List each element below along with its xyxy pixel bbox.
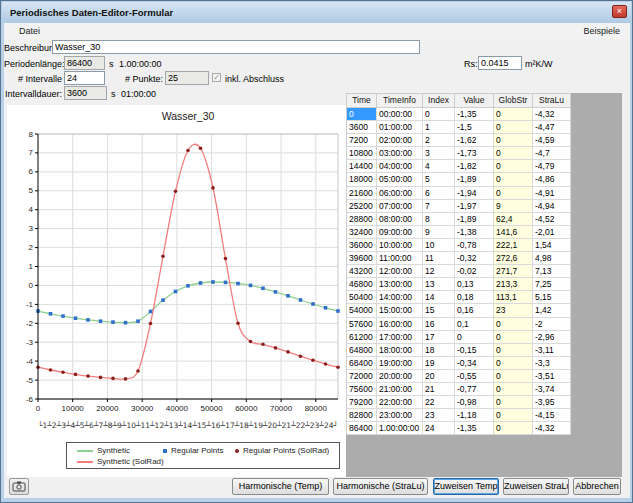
table-cell[interactable]: 3 — [423, 147, 455, 160]
table-cell[interactable]: 43200 — [347, 265, 377, 278]
table-cell[interactable]: 7,13 — [533, 265, 571, 278]
table-cell[interactable]: 23 — [423, 409, 455, 422]
table-cell[interactable]: 14400 — [347, 160, 377, 173]
table-cell[interactable]: -4,47 — [533, 121, 571, 134]
table-cell[interactable]: 14:00:00 — [377, 291, 423, 304]
table-cell[interactable]: 21:00:00 — [377, 383, 423, 396]
table-cell[interactable]: -1,35 — [455, 108, 494, 121]
table-cell[interactable]: 5 — [423, 173, 455, 186]
table-cell[interactable]: -1,5 — [455, 121, 494, 134]
table-cell[interactable]: -0,55 — [455, 370, 494, 383]
table-cell[interactable]: 54000 — [347, 304, 377, 317]
table-cell[interactable]: 0,16 — [455, 304, 494, 317]
table-cell[interactable]: 19:00:00 — [377, 357, 423, 370]
table-cell[interactable]: 68400 — [347, 357, 377, 370]
table-cell[interactable]: 0,13 — [455, 278, 494, 291]
title-bar[interactable]: Periodisches Daten-Editor-Formular × — [2, 2, 631, 23]
table-cell[interactable]: 0 — [494, 121, 533, 134]
table-cell[interactable]: -0,34 — [455, 357, 494, 370]
table-cell[interactable]: -4,91 — [533, 187, 571, 200]
table-cell[interactable]: -3,3 — [533, 357, 571, 370]
table-cell[interactable]: 10 — [423, 239, 455, 252]
table-cell[interactable]: 0,18 — [455, 291, 494, 304]
snapshot-button[interactable] — [9, 478, 29, 495]
column-header[interactable]: TimeInfo — [377, 94, 423, 108]
table-cell[interactable]: 20 — [423, 370, 455, 383]
table-cell[interactable]: 16 — [423, 318, 455, 331]
table-cell[interactable]: 25200 — [347, 200, 377, 213]
table-cell[interactable]: 23:00:00 — [377, 409, 423, 422]
table-cell[interactable]: 18:00:00 — [377, 344, 423, 357]
table-cell[interactable]: 57600 — [347, 318, 377, 331]
table-cell[interactable]: 09:00:00 — [377, 226, 423, 239]
table-cell[interactable]: 6 — [423, 187, 455, 200]
menu-beispiele[interactable]: Beispiele — [583, 26, 620, 36]
table-cell[interactable]: -4,15 — [533, 409, 571, 422]
zuweisen-stralu-button[interactable]: Zuweisen StraLu — [503, 478, 569, 495]
table-cell[interactable]: 22 — [423, 396, 455, 409]
table-cell[interactable]: 12:00:00 — [377, 265, 423, 278]
data-grid[interactable]: TimeTimeInfoIndexValueGlobStrStraLu000:0… — [346, 93, 571, 435]
table-cell[interactable]: 28800 — [347, 213, 377, 226]
table-cell[interactable]: -0,78 — [455, 239, 494, 252]
table-cell[interactable]: -2,01 — [533, 226, 571, 239]
table-cell[interactable]: 10:00:00 — [377, 239, 423, 252]
table-cell[interactable]: 0 — [494, 396, 533, 409]
table-cell[interactable]: -1,62 — [455, 134, 494, 147]
table-cell[interactable]: 113,1 — [494, 291, 533, 304]
table-cell[interactable]: 11:00:00 — [377, 252, 423, 265]
table-cell[interactable]: 32400 — [347, 226, 377, 239]
table-cell[interactable]: -4,52 — [533, 213, 571, 226]
table-cell[interactable]: -4,59 — [533, 134, 571, 147]
menu-datei[interactable]: Datei — [19, 26, 40, 36]
table-cell[interactable]: -4,32 — [533, 422, 571, 435]
table-cell[interactable]: -0,32 — [455, 252, 494, 265]
table-cell[interactable]: 00:00:00 — [377, 108, 423, 121]
table-cell[interactable]: 39600 — [347, 252, 377, 265]
table-cell[interactable]: 23 — [494, 304, 533, 317]
harmonische-stralu-button[interactable]: Harmonische (StraLu) — [333, 478, 428, 495]
table-cell[interactable]: 141,6 — [494, 226, 533, 239]
table-cell[interactable]: 1,42 — [533, 304, 571, 317]
table-cell[interactable]: 01:00:00 — [377, 121, 423, 134]
table-cell[interactable]: -1,89 — [455, 173, 494, 186]
table-cell[interactable]: 9 — [423, 226, 455, 239]
table-cell[interactable]: 0 — [494, 383, 533, 396]
table-cell[interactable]: -1,38 — [455, 226, 494, 239]
table-cell[interactable]: 07:00:00 — [377, 200, 423, 213]
table-cell[interactable]: 15:00:00 — [377, 304, 423, 317]
table-cell[interactable]: -2,96 — [533, 331, 571, 344]
table-cell[interactable]: 5,15 — [533, 291, 571, 304]
table-cell[interactable]: 02:00:00 — [377, 134, 423, 147]
harmonische-temp-button[interactable]: Harmonische (Temp) — [232, 478, 329, 495]
table-cell[interactable]: 1 — [423, 121, 455, 134]
table-cell[interactable]: 82800 — [347, 409, 377, 422]
table-cell[interactable]: 12 — [423, 265, 455, 278]
table-cell[interactable]: 17:00:00 — [377, 331, 423, 344]
table-cell[interactable]: 0 — [494, 147, 533, 160]
table-cell[interactable]: 15 — [423, 304, 455, 317]
table-cell[interactable]: -1,94 — [455, 187, 494, 200]
table-cell[interactable]: 05:00:00 — [377, 173, 423, 186]
table-cell[interactable]: -4,94 — [533, 200, 571, 213]
table-cell[interactable]: -1,97 — [455, 200, 494, 213]
column-header[interactable]: StraLu — [533, 94, 571, 108]
table-cell[interactable]: -1,82 — [455, 160, 494, 173]
table-cell[interactable]: 20:00:00 — [377, 370, 423, 383]
table-cell[interactable]: 36000 — [347, 239, 377, 252]
table-cell[interactable]: 0 — [494, 409, 533, 422]
table-cell[interactable]: 19 — [423, 357, 455, 370]
column-header[interactable]: Time — [347, 94, 377, 108]
table-cell[interactable]: 271,7 — [494, 265, 533, 278]
table-cell[interactable]: 2 — [423, 134, 455, 147]
table-cell[interactable]: 0 — [494, 422, 533, 435]
table-cell[interactable]: -0,02 — [455, 265, 494, 278]
abbrechen-button[interactable]: Abbrechen — [573, 478, 621, 495]
table-cell[interactable]: 0,1 — [455, 318, 494, 331]
table-cell[interactable]: -3,11 — [533, 344, 571, 357]
table-cell[interactable]: 0 — [494, 187, 533, 200]
column-header[interactable]: GlobStr — [494, 94, 533, 108]
rs-input[interactable] — [478, 56, 522, 70]
table-cell[interactable]: 03:00:00 — [377, 147, 423, 160]
table-cell[interactable]: 21 — [423, 383, 455, 396]
